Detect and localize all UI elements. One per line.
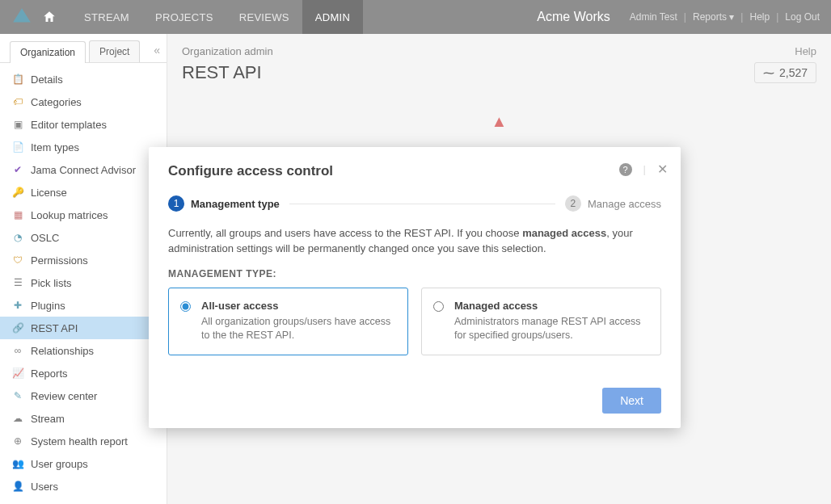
health-icon: ⊕ [11, 435, 24, 447]
sidebar-item-permissions[interactable]: 🛡Permissions [0, 249, 167, 271]
link-icon: ∞ [11, 344, 24, 357]
sidebar: « Organization Project 📋Details 🏷Categor… [0, 34, 167, 504]
nav-admin[interactable]: ADMIN [302, 0, 363, 34]
user-name[interactable]: Admin Test [630, 11, 677, 23]
tab-organization[interactable]: Organization [10, 41, 86, 63]
nav-reviews[interactable]: REVIEWS [226, 0, 302, 34]
radio-managed[interactable] [433, 301, 444, 312]
key-icon: 🔑 [11, 186, 24, 199]
puzzle-icon: ✚ [11, 299, 24, 312]
tab-project[interactable]: Project [89, 40, 140, 62]
top-nav: STREAM PROJECTS REVIEWS ADMIN Acme Works… [0, 0, 831, 34]
check-circle-icon: ✔ [11, 163, 24, 176]
group-icon: 👥 [11, 457, 24, 470]
tag-icon: 🏷 [11, 95, 24, 108]
logout-link[interactable]: Log Out [785, 11, 820, 23]
chevron-down-icon: ▾ [729, 11, 734, 23]
nav-links: STREAM PROJECTS REVIEWS ADMIN [71, 0, 363, 34]
sidebar-item-editor-templates[interactable]: ▣Editor templates [0, 113, 167, 136]
warning-icon: ▲ [182, 112, 816, 131]
breadcrumb: Organization admin [182, 45, 273, 57]
management-type-label: MANAGEMENT TYPE: [168, 268, 661, 279]
chain-icon: ◔ [11, 231, 24, 244]
sidebar-item-system-health[interactable]: ⊕System health report [0, 430, 167, 452]
sidebar-item-stream[interactable]: ☁Stream [0, 407, 167, 430]
stepper: 1 Management type 2 Manage access [168, 195, 661, 212]
nav-projects[interactable]: PROJECTS [142, 0, 226, 34]
next-button[interactable]: Next [602, 388, 661, 414]
pulse-icon: ⁓ [763, 66, 774, 79]
org-name: Acme Works [537, 10, 610, 24]
template-icon: ▣ [11, 118, 24, 131]
home-icon[interactable] [42, 10, 57, 24]
help-link[interactable]: Help [749, 11, 770, 23]
modal-description: Currently, all groups and users have acc… [168, 226, 661, 257]
sidebar-item-item-types[interactable]: 📄Item types [0, 136, 167, 158]
api-counter: ⁓ 2,527 [754, 62, 816, 83]
sidebar-tabs: Organization Project [0, 34, 167, 63]
sidebar-item-pick-lists[interactable]: ☰Pick lists [0, 271, 167, 294]
main-help-link[interactable]: Help [795, 45, 816, 57]
step-1-num: 1 [168, 195, 184, 212]
radio-all-user[interactable] [180, 301, 191, 312]
sidebar-item-workflow[interactable]: ⇄Workflow [0, 498, 167, 504]
sidebar-item-advisor[interactable]: ✔Jama Connect Advisor [0, 158, 167, 181]
sidebar-item-reports[interactable]: 📈Reports [0, 362, 167, 384]
step-2-num: 2 [565, 195, 581, 212]
step-2-label: Manage access [588, 198, 661, 210]
sidebar-item-details[interactable]: 📋Details [0, 68, 167, 90]
sidebar-item-relationships[interactable]: ∞Relationships [0, 339, 167, 362]
sidebar-item-rest-api[interactable]: 🔗REST API [0, 317, 167, 339]
shield-icon: 🛡 [11, 254, 24, 267]
page-title: REST API [182, 62, 262, 83]
sidebar-item-categories[interactable]: 🏷Categories [0, 90, 167, 113]
chart-icon: 📈 [11, 367, 24, 380]
list-icon: ☰ [11, 276, 24, 289]
sidebar-item-license[interactable]: 🔑License [0, 181, 167, 204]
details-icon: 📋 [11, 73, 24, 86]
review-icon: ✎ [11, 389, 24, 402]
reports-menu[interactable]: Reports ▾ [693, 11, 734, 23]
grid-icon: ▦ [11, 208, 24, 221]
sidebar-item-lookup-matrices[interactable]: ▦Lookup matrices [0, 204, 167, 226]
option-all-user-access[interactable]: All-user access All organization groups/… [168, 288, 408, 355]
topnav-right: Admin Test | Reports ▾ | Help | Log Out [630, 11, 820, 23]
sidebar-items: 📋Details 🏷Categories ▣Editor templates 📄… [0, 63, 167, 504]
sidebar-item-user-groups[interactable]: 👥User groups [0, 452, 167, 475]
document-icon: 📄 [11, 141, 24, 153]
cloud-icon: ☁ [11, 412, 24, 425]
configure-access-modal: Configure access control ? | ✕ 1 Managem… [149, 147, 681, 428]
user-icon: 👤 [11, 480, 24, 493]
step-1-label: Management type [191, 198, 280, 210]
modal-title: Configure access control [168, 163, 661, 179]
modal-help-icon[interactable]: ? [619, 163, 632, 176]
api-icon: 🔗 [11, 321, 24, 334]
nav-stream[interactable]: STREAM [71, 0, 142, 34]
sidebar-item-users[interactable]: 👤Users [0, 475, 167, 498]
sidebar-item-oslc[interactable]: ◔OSLC [0, 226, 167, 249]
collapse-icon[interactable]: « [154, 44, 160, 57]
option-managed-access[interactable]: Managed access Administrators manage RES… [421, 288, 661, 355]
logo-icon [11, 6, 32, 27]
sidebar-item-review-center[interactable]: ✎Review center [0, 384, 167, 407]
modal-close-icon[interactable]: ✕ [657, 162, 668, 177]
sidebar-item-plugins[interactable]: ✚Plugins [0, 294, 167, 317]
